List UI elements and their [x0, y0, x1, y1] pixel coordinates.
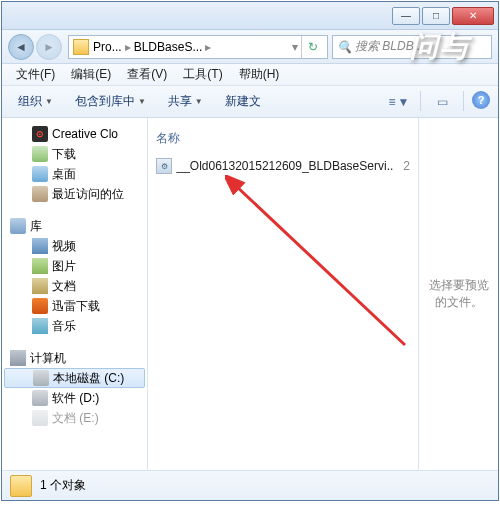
sidebar-item-documents[interactable]: 文档 [2, 276, 147, 296]
recent-icon [32, 186, 48, 202]
sidebar-item-drive-c[interactable]: 本地磁盘 (C:) [4, 368, 145, 388]
preview-placeholder: 选择要预览的文件。 [427, 277, 490, 311]
menu-edit[interactable]: 编辑(E) [63, 64, 119, 85]
refresh-button[interactable]: ↻ [301, 36, 323, 58]
documents-icon [32, 278, 48, 294]
folder-icon [73, 39, 89, 55]
sidebar-item-pictures[interactable]: 图片 [2, 256, 147, 276]
search-placeholder: 搜索 BLDB... [355, 38, 424, 55]
navbar: ◄ ► Pro... ▸ BLDBaseS... ▸ ▾ ↻ 🔍 搜索 BLDB… [2, 30, 498, 64]
pictures-icon [32, 258, 48, 274]
organize-button[interactable]: 组织▼ [10, 90, 61, 113]
toolbar: 组织▼ 包含到库中▼ 共享▼ 新建文 ≡▼ ▭ ? [2, 86, 498, 118]
sidebar-item-drive-d[interactable]: 软件 (D:) [2, 388, 147, 408]
file-name: __Old06132015212609_BLDBaseServi.. [176, 159, 393, 173]
column-header-name[interactable]: 名称 [154, 126, 412, 155]
titlebar: — □ ✕ [2, 2, 498, 30]
view-options-button[interactable]: ≡▼ [386, 91, 412, 113]
explorer-window: — □ ✕ ◄ ► Pro... ▸ BLDBaseS... ▸ ▾ ↻ 🔍 搜… [1, 1, 499, 501]
video-icon [32, 238, 48, 254]
back-button[interactable]: ◄ [8, 34, 34, 60]
breadcrumb-sep-icon: ▸ [125, 40, 131, 54]
drive-icon [32, 410, 48, 426]
file-row[interactable]: ⚙ __Old06132015212609_BLDBaseServi.. 2 [154, 155, 412, 177]
sidebar-item-desktop[interactable]: 桌面 [2, 164, 147, 184]
search-input[interactable]: 🔍 搜索 BLDB... [332, 35, 492, 59]
drive-icon [32, 390, 48, 406]
menu-file[interactable]: 文件(F) [8, 64, 63, 85]
breadcrumb-sep-icon: ▸ [205, 40, 211, 54]
downloads-icon [32, 146, 48, 162]
sidebar-item-computer[interactable]: ▸计算机 [2, 348, 147, 368]
file-icon: ⚙ [156, 158, 172, 174]
breadcrumb-item[interactable]: Pro... [93, 40, 122, 54]
minimize-button[interactable]: — [392, 7, 420, 25]
forward-button[interactable]: ► [36, 34, 62, 60]
computer-icon [10, 350, 26, 366]
expander-icon[interactable]: ▸ [2, 353, 6, 363]
drive-icon [33, 370, 49, 386]
menu-help[interactable]: 帮助(H) [231, 64, 288, 85]
preview-pane-button[interactable]: ▭ [429, 91, 455, 113]
music-icon [32, 318, 48, 334]
menu-view[interactable]: 查看(V) [119, 64, 175, 85]
navigation-pane: ⊙Creative Clo 下载 桌面 最近访问的位 ▸库 视频 图片 文档 迅… [2, 118, 148, 470]
history-dropdown-icon[interactable]: ▾ [292, 40, 298, 54]
sidebar-item-creative-cloud[interactable]: ⊙Creative Clo [2, 124, 147, 144]
expander-icon[interactable]: ▸ [2, 221, 6, 231]
menu-tools[interactable]: 工具(T) [175, 64, 230, 85]
sidebar-item-libraries[interactable]: ▸库 [2, 216, 147, 236]
maximize-button[interactable]: □ [422, 7, 450, 25]
share-button[interactable]: 共享▼ [160, 90, 211, 113]
preview-pane: 选择要预览的文件。 [418, 118, 498, 470]
sidebar-item-downloads[interactable]: 下载 [2, 144, 147, 164]
close-button[interactable]: ✕ [452, 7, 494, 25]
status-bar: 1 个对象 [2, 470, 498, 500]
sidebar-item-videos[interactable]: 视频 [2, 236, 147, 256]
sidebar-item-music[interactable]: 音乐 [2, 316, 147, 336]
sidebar-item-drive-e[interactable]: 文档 (E:) [2, 408, 147, 428]
new-folder-button[interactable]: 新建文 [217, 90, 269, 113]
thunder-icon [32, 298, 48, 314]
desktop-icon [32, 166, 48, 182]
help-button[interactable]: ? [472, 91, 490, 109]
address-bar[interactable]: Pro... ▸ BLDBaseS... ▸ ▾ ↻ [68, 35, 328, 59]
file-meta: 2 [403, 159, 410, 173]
sidebar-item-recent[interactable]: 最近访问的位 [2, 184, 147, 204]
breadcrumb-item[interactable]: BLDBaseS... [134, 40, 203, 54]
sidebar-item-thunder[interactable]: 迅雷下载 [2, 296, 147, 316]
content-area: 名称 ⚙ __Old06132015212609_BLDBaseServi.. … [148, 118, 498, 470]
menubar: 文件(F) 编辑(E) 查看(V) 工具(T) 帮助(H) [2, 64, 498, 86]
include-library-button[interactable]: 包含到库中▼ [67, 90, 154, 113]
library-icon [10, 218, 26, 234]
folder-icon [10, 475, 32, 497]
file-list[interactable]: 名称 ⚙ __Old06132015212609_BLDBaseServi.. … [148, 118, 418, 470]
creative-cloud-icon: ⊙ [32, 126, 48, 142]
status-text: 1 个对象 [40, 477, 86, 494]
search-icon: 🔍 [337, 40, 351, 54]
